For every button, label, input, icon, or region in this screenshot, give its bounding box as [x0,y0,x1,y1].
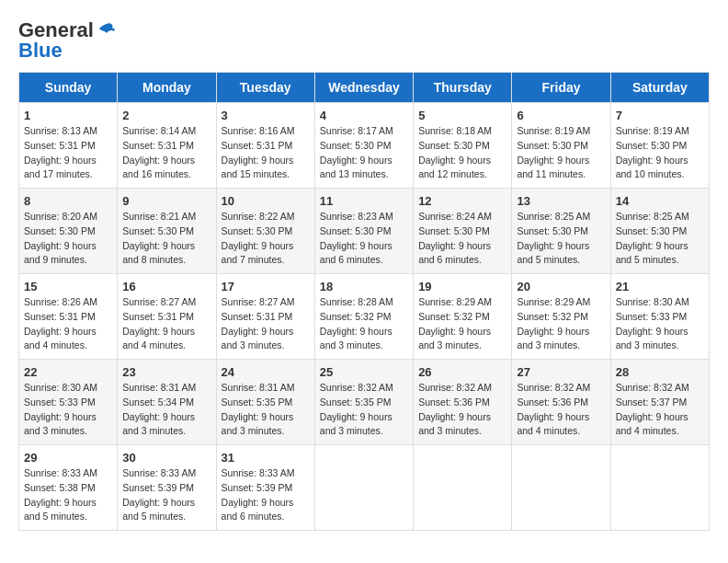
daylight-label: Daylight: 9 hours and 4 minutes. [24,326,97,351]
day-number: 26 [418,365,506,379]
daylight-label: Daylight: 9 hours and 5 minutes. [24,497,97,523]
daylight-label: Daylight: 9 hours and 5 minutes. [122,497,195,523]
calendar-cell: 14 Sunrise: 8:25 AM Sunset: 5:30 PM Dayl… [610,189,709,274]
daylight-label: Daylight: 9 hours and 3 minutes. [320,326,392,351]
sunrise-label: Sunrise: 8:31 AM [222,382,295,393]
daylight-label: Daylight: 9 hours and 17 minutes. [24,155,97,180]
calendar-cell: 18 Sunrise: 8:28 AM Sunset: 5:32 PM Dayl… [314,274,413,360]
sunset-label: Sunset: 5:31 PM [222,311,293,322]
calendar-cell: 5 Sunrise: 8:18 AM Sunset: 5:30 PM Dayli… [414,103,512,189]
sunrise-label: Sunrise: 8:26 AM [24,296,97,307]
day-info: Sunrise: 8:30 AM Sunset: 5:33 PM Dayligh… [616,295,704,353]
day-info: Sunrise: 8:14 AM Sunset: 5:31 PM Dayligh… [122,124,210,182]
day-info: Sunrise: 8:28 AM Sunset: 5:32 PM Dayligh… [320,295,408,353]
calendar-cell: 27 Sunrise: 8:32 AM Sunset: 5:36 PM Dayl… [512,360,610,445]
week-row-5: 29 Sunrise: 8:33 AM Sunset: 5:38 PM Dayl… [19,445,710,531]
day-number: 2 [122,109,210,122]
day-number: 10 [222,194,310,208]
day-number: 8 [24,194,112,208]
sunrise-label: Sunrise: 8:33 AM [24,467,97,478]
calendar-cell: 16 Sunrise: 8:27 AM Sunset: 5:31 PM Dayl… [118,274,216,360]
day-info: Sunrise: 8:17 AM Sunset: 5:30 PM Dayligh… [320,124,408,182]
sunset-label: Sunset: 5:38 PM [24,482,96,493]
sunrise-label: Sunrise: 8:14 AM [122,125,196,136]
calendar-cell: 6 Sunrise: 8:19 AM Sunset: 5:30 PM Dayli… [512,103,610,189]
sunset-label: Sunset: 5:39 PM [122,482,194,493]
sunrise-label: Sunrise: 8:16 AM [222,125,295,136]
sunset-label: Sunset: 5:32 PM [320,311,392,322]
sunset-label: Sunset: 5:32 PM [418,311,490,322]
sunset-label: Sunset: 5:30 PM [418,225,490,236]
weekday-header-thursday: Thursday [414,73,512,103]
day-info: Sunrise: 8:33 AM Sunset: 5:39 PM Dayligh… [222,466,310,524]
sunset-label: Sunset: 5:31 PM [122,311,194,322]
sunset-label: Sunset: 5:30 PM [24,225,96,236]
calendar-cell [314,445,413,531]
weekday-header-friday: Friday [512,73,610,103]
sunrise-label: Sunrise: 8:18 AM [418,125,492,136]
sunset-label: Sunset: 5:31 PM [122,140,194,151]
day-info: Sunrise: 8:32 AM Sunset: 5:36 PM Dayligh… [517,381,605,439]
day-number: 23 [122,365,210,379]
day-number: 4 [320,109,408,122]
daylight-label: Daylight: 9 hours and 7 minutes. [222,240,294,266]
calendar-cell [610,445,709,531]
calendar-cell: 17 Sunrise: 8:27 AM Sunset: 5:31 PM Dayl… [216,274,314,360]
logo-bird-icon [96,20,116,40]
sunrise-label: Sunrise: 8:30 AM [24,382,97,393]
day-number: 19 [418,280,506,293]
day-info: Sunrise: 8:29 AM Sunset: 5:32 PM Dayligh… [517,295,605,353]
sunrise-label: Sunrise: 8:13 AM [24,125,97,136]
day-info: Sunrise: 8:18 AM Sunset: 5:30 PM Dayligh… [418,124,506,182]
sunset-label: Sunset: 5:32 PM [517,311,588,322]
sunset-label: Sunset: 5:30 PM [222,225,293,236]
day-info: Sunrise: 8:33 AM Sunset: 5:39 PM Dayligh… [122,466,210,524]
sunset-label: Sunset: 5:36 PM [418,396,490,408]
sunrise-label: Sunrise: 8:19 AM [616,125,689,136]
sunrise-label: Sunrise: 8:19 AM [517,125,590,136]
day-number: 3 [222,109,310,122]
calendar-cell: 21 Sunrise: 8:30 AM Sunset: 5:33 PM Dayl… [610,274,709,360]
sunset-label: Sunset: 5:30 PM [517,140,588,151]
day-info: Sunrise: 8:32 AM Sunset: 5:35 PM Dayligh… [320,381,408,439]
weekday-header-monday: Monday [118,73,216,103]
sunrise-label: Sunrise: 8:27 AM [122,296,196,307]
day-info: Sunrise: 8:20 AM Sunset: 5:30 PM Dayligh… [24,210,112,268]
day-number: 27 [517,365,605,379]
sunrise-label: Sunrise: 8:25 AM [517,211,590,222]
day-info: Sunrise: 8:25 AM Sunset: 5:30 PM Dayligh… [517,210,605,268]
daylight-label: Daylight: 9 hours and 13 minutes. [320,155,392,180]
day-info: Sunrise: 8:32 AM Sunset: 5:37 PM Dayligh… [616,381,704,439]
day-number: 31 [222,451,310,465]
logo-blue: Blue [18,39,63,63]
daylight-label: Daylight: 9 hours and 3 minutes. [418,326,491,351]
sunset-label: Sunset: 5:37 PM [616,396,688,408]
sunset-label: Sunset: 5:31 PM [24,311,96,322]
calendar-cell: 8 Sunrise: 8:20 AM Sunset: 5:30 PM Dayli… [19,189,118,274]
daylight-label: Daylight: 9 hours and 3 minutes. [517,326,589,351]
daylight-label: Daylight: 9 hours and 4 minutes. [616,411,688,437]
logo: General Blue [18,18,116,63]
daylight-label: Daylight: 9 hours and 3 minutes. [24,411,97,437]
day-info: Sunrise: 8:22 AM Sunset: 5:30 PM Dayligh… [222,210,310,268]
sunrise-label: Sunrise: 8:28 AM [320,296,393,307]
calendar-cell: 12 Sunrise: 8:24 AM Sunset: 5:30 PM Dayl… [414,189,512,274]
day-number: 7 [616,109,704,122]
sunrise-label: Sunrise: 8:33 AM [122,467,196,478]
sunset-label: Sunset: 5:35 PM [222,396,293,408]
sunrise-label: Sunrise: 8:33 AM [222,467,295,478]
sunset-label: Sunset: 5:30 PM [122,225,194,236]
day-info: Sunrise: 8:26 AM Sunset: 5:31 PM Dayligh… [24,295,112,353]
day-number: 20 [517,280,605,293]
sunrise-label: Sunrise: 8:22 AM [222,211,295,222]
sunrise-label: Sunrise: 8:20 AM [24,211,97,222]
day-info: Sunrise: 8:31 AM Sunset: 5:34 PM Dayligh… [122,381,210,439]
calendar-cell [414,445,512,531]
sunrise-label: Sunrise: 8:32 AM [517,382,590,393]
calendar-cell: 15 Sunrise: 8:26 AM Sunset: 5:31 PM Dayl… [19,274,118,360]
weekday-header-tuesday: Tuesday [216,73,314,103]
day-info: Sunrise: 8:21 AM Sunset: 5:30 PM Dayligh… [122,210,210,268]
daylight-label: Daylight: 9 hours and 8 minutes. [122,240,195,266]
day-number: 9 [122,194,210,208]
day-number: 16 [122,280,210,293]
